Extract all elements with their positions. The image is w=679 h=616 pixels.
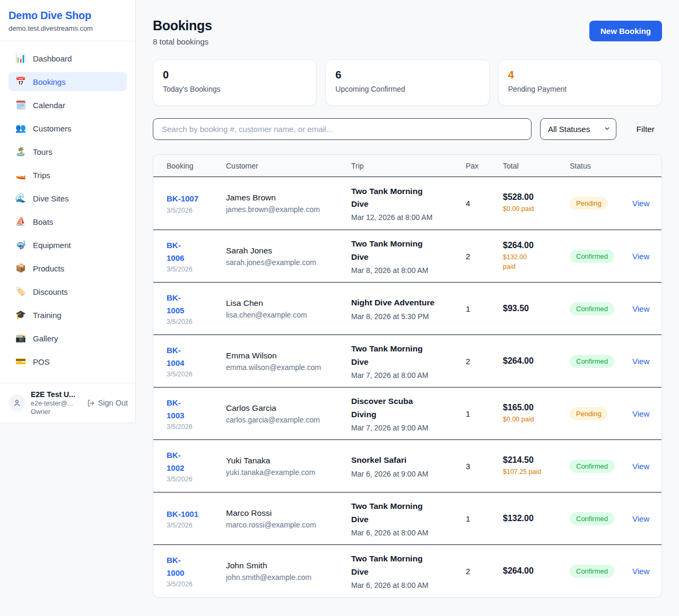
status-filter-select[interactable]: All Statuses xyxy=(540,118,616,140)
page-title-block: Bookings 8 total bookings xyxy=(153,18,212,46)
customer-name: James Brown xyxy=(226,193,351,203)
controls-row: All Statuses Filter xyxy=(153,118,662,140)
training-icon: 🎓 xyxy=(15,311,27,319)
customer-email: carlos.garcia@example.com xyxy=(226,416,351,424)
sidebar-item-boats[interactable]: ⛵ Boats xyxy=(8,212,127,231)
status-badge: Confirmed xyxy=(570,355,614,368)
sidebar-item-tours[interactable]: 🏝️ Tours xyxy=(8,142,127,161)
col-header-trip: Trip xyxy=(351,162,466,170)
new-booking-button[interactable]: New Booking xyxy=(589,21,662,41)
booking-id-link[interactable]: BK- 1005 xyxy=(167,292,226,316)
customer-email: sarah.jones@example.com xyxy=(226,258,351,267)
view-booking-link[interactable]: View xyxy=(632,567,651,576)
trip-name: Two Tank Morning Dive xyxy=(351,185,466,210)
total-amount: $132.00 xyxy=(503,514,570,523)
bookings-icon: 📅 xyxy=(15,77,27,86)
sidebar-item-trips[interactable]: 🚤 Trips xyxy=(8,165,127,184)
view-booking-link[interactable]: View xyxy=(632,514,651,523)
stat-label: Today's Bookings xyxy=(163,85,307,93)
table-row: BK- 10033/5/2026 Carlos Garciacarlos.gar… xyxy=(153,387,661,439)
view-booking-link[interactable]: View xyxy=(632,409,651,418)
trip-datetime: Mar 7, 2026 at 9:00 AM xyxy=(351,424,466,432)
booking-date: 3/5/2026 xyxy=(167,207,226,214)
paid-amount: $132.00 paid xyxy=(503,252,570,271)
sidebar-item-label: Dive Sites xyxy=(33,194,69,203)
trip-name: Two Tank Morning Dive xyxy=(351,552,466,578)
customers-icon: 👥 xyxy=(15,124,27,133)
paid-amount: $0.00 paid xyxy=(503,415,570,424)
table-row: BK- 10003/5/2026 John Smithjohn.smith@ex… xyxy=(153,544,661,597)
stat-card-pending-payment: 4 Pending Payment xyxy=(498,59,662,106)
trip-datetime: Mar 6, 2026 at 9:00 AM xyxy=(351,470,466,478)
status-badge: Confirmed xyxy=(570,250,614,263)
sidebar-item-label: Discounts xyxy=(33,287,68,296)
pax-count: 2 xyxy=(466,252,503,261)
booking-id-link[interactable]: BK- 1003 xyxy=(167,397,226,421)
booking-id-link[interactable]: BK-1007 xyxy=(167,192,226,205)
paid-amount: $107.25 paid xyxy=(503,467,570,477)
booking-id-link[interactable]: BK- 1000 xyxy=(167,554,226,579)
stat-card-upcoming-confirmed: 6 Upcoming Confirmed xyxy=(325,59,489,106)
view-booking-link[interactable]: View xyxy=(632,462,651,471)
sidebar-item-discounts[interactable]: 🏷️ Discounts xyxy=(8,282,127,301)
sidebar-item-dashboard[interactable]: 📊 Dashboard xyxy=(8,49,127,68)
sign-out-button[interactable]: Sign Out xyxy=(87,399,128,407)
booking-id-link[interactable]: BK-1001 xyxy=(167,508,226,520)
customer-name: Sarah Jones xyxy=(226,246,351,256)
view-booking-link[interactable]: View xyxy=(632,252,651,261)
tours-icon: 🏝️ xyxy=(15,147,27,156)
view-booking-link[interactable]: View xyxy=(632,199,651,208)
sidebar-item-gallery[interactable]: 📸 Gallery xyxy=(8,329,127,348)
equipment-icon: 🤿 xyxy=(15,241,27,249)
pax-count: 1 xyxy=(466,514,503,523)
sidebar-item-label: Bookings xyxy=(33,77,66,86)
search-input[interactable] xyxy=(153,118,532,140)
booking-date: 3/5/2026 xyxy=(167,266,226,273)
trip-datetime: Mar 8, 2026 at 5:30 PM xyxy=(351,312,466,321)
status-select-wrap: All Statuses xyxy=(540,118,616,140)
brand-block: Demo Dive Shop demo.test.divestreams.com xyxy=(0,0,135,41)
total-amount: $528.00 xyxy=(503,192,570,202)
customer-name: Emma Wilson xyxy=(226,351,351,360)
trip-datetime: Mar 6, 2026 at 8:00 AM xyxy=(351,581,466,589)
sidebar-item-label: Tours xyxy=(33,147,53,156)
customer-name: John Smith xyxy=(226,561,351,570)
sidebar-item-equipment[interactable]: 🤿 Equipment xyxy=(8,235,127,254)
user-name: E2E Test U... xyxy=(31,390,82,399)
sidebar-item-bookings[interactable]: 📅 Bookings xyxy=(8,72,127,91)
trip-name: Two Tank Morning Dive xyxy=(351,342,466,368)
col-header-booking: Booking xyxy=(167,162,226,170)
status-badge: Pending xyxy=(570,407,608,420)
view-booking-link[interactable]: View xyxy=(632,304,651,313)
filter-button[interactable]: Filter xyxy=(637,125,655,134)
sidebar-item-pos[interactable]: 💳 POS xyxy=(8,352,127,371)
sidebar-item-dive-sites[interactable]: 🌊 Dive Sites xyxy=(8,189,127,208)
view-booking-link[interactable]: View xyxy=(632,357,651,366)
trips-icon: 🚤 xyxy=(15,171,27,179)
sidebar-item-customers[interactable]: 👥 Customers xyxy=(8,119,127,138)
sidebar-item-label: Equipment xyxy=(33,241,71,250)
total-amount: $214.50 xyxy=(503,455,570,465)
products-icon: 📦 xyxy=(15,264,27,272)
sign-out-label: Sign Out xyxy=(98,399,128,407)
sidebar-item-calendar[interactable]: 🗓️ Calendar xyxy=(8,95,127,115)
customer-name: Marco Rossi xyxy=(226,508,351,518)
customer-email: lisa.chen@example.com xyxy=(226,311,351,319)
customer-email: john.smith@example.com xyxy=(226,573,351,582)
booking-date: 3/5/2026 xyxy=(167,476,226,483)
table-row: BK- 10043/5/2026 Emma Wilsonemma.wilson@… xyxy=(153,335,661,387)
booking-id-link[interactable]: BK- 1004 xyxy=(167,344,226,369)
booking-id-link[interactable]: BK- 1002 xyxy=(167,449,226,474)
sidebar-item-products[interactable]: 📦 Products xyxy=(8,259,127,278)
sidebar-item-label: Customers xyxy=(33,124,72,133)
booking-id-link[interactable]: BK- 1006 xyxy=(167,239,226,264)
total-amount: $165.00 xyxy=(503,403,570,412)
trip-datetime: Mar 12, 2026 at 8:00 AM xyxy=(351,213,466,222)
stat-value: 4 xyxy=(508,69,652,81)
bookings-table: Booking Customer Trip Pax Total Status B… xyxy=(153,154,662,597)
main-content: Bookings 8 total bookings New Booking 0 … xyxy=(136,0,679,616)
discounts-icon: 🏷️ xyxy=(15,287,27,296)
page-header: Bookings 8 total bookings New Booking xyxy=(153,18,662,46)
table-row: BK-10013/5/2026 Marco Rossimarco.rossi@e… xyxy=(153,492,661,544)
sidebar-item-training[interactable]: 🎓 Training xyxy=(8,305,127,324)
